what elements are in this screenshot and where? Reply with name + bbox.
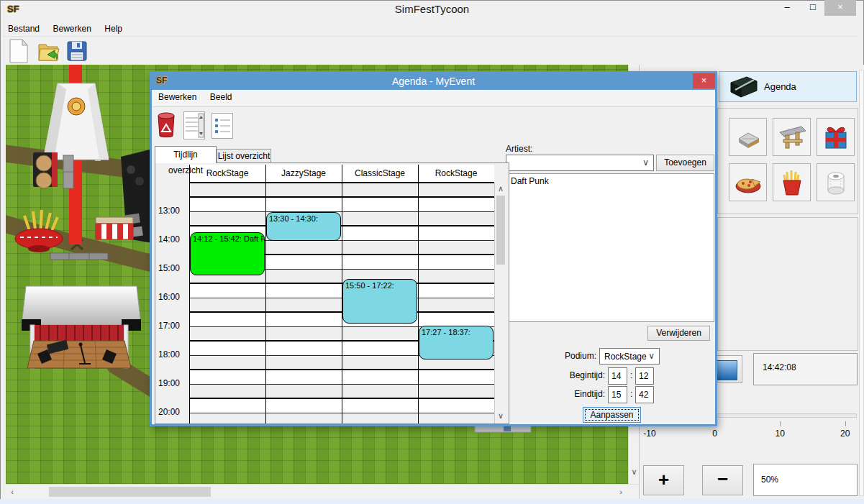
sidebar-item-agenda[interactable]: Agenda xyxy=(719,71,857,102)
hour-label: 14:00 xyxy=(158,234,188,244)
end-hour-value: 15 xyxy=(609,387,627,403)
scroll-down-arrow-icon[interactable]: ∨ xyxy=(629,467,640,477)
sidebar-item-label: Agenda xyxy=(764,81,796,92)
chevron-down-icon: ∨ xyxy=(642,157,649,168)
add-artist-button[interactable]: Toevoegen xyxy=(656,155,714,171)
hour-label: 17:00 xyxy=(158,321,188,331)
list-view-button[interactable] xyxy=(212,113,233,139)
end-minute-input[interactable]: 42 xyxy=(635,386,654,403)
slider-tick-label: -10 xyxy=(635,429,664,439)
podium-label: Podium: xyxy=(533,351,596,361)
tab-lijst-overzicht[interactable]: Lijst overzicht xyxy=(217,149,271,163)
slider-tick xyxy=(780,421,781,426)
schedule-scroll-up-icon[interactable]: ∧ xyxy=(495,184,506,193)
menu-item-bewerken[interactable]: Bewerken xyxy=(48,22,96,36)
schedule-scrollbar-thumb[interactable] xyxy=(496,196,505,265)
artist-listbox[interactable]: Daft Punk xyxy=(506,173,714,322)
dialog-menu-bewerken[interactable]: Bewerken xyxy=(153,90,201,104)
save-floppy-icon xyxy=(66,40,88,62)
remove-artist-button[interactable]: Verwijderen xyxy=(647,326,710,341)
begin-time-label: Begintijd: xyxy=(540,370,605,380)
shop-item-toilet-paper[interactable] xyxy=(817,163,855,201)
begin-hour-input[interactable]: 14 xyxy=(608,367,627,385)
begin-colon: : xyxy=(630,370,632,380)
main-stage xyxy=(22,286,141,368)
begin-minute-input[interactable]: 12 xyxy=(635,367,654,385)
zoom-out-button[interactable]: − xyxy=(702,465,743,495)
scroll-left-arrow-icon[interactable]: ‹ xyxy=(7,487,17,496)
close-button[interactable]: × xyxy=(824,0,856,16)
delete-event-button[interactable] xyxy=(156,111,176,142)
pizza-icon xyxy=(733,168,763,198)
artist-label: Artiest: xyxy=(506,144,532,154)
slider-tick-label: 20 xyxy=(831,429,860,439)
open-folder-icon xyxy=(37,40,60,63)
hour-label: 20:00 xyxy=(158,407,188,417)
artist-combobox[interactable]: ∨ xyxy=(506,155,654,171)
end-hour-input[interactable]: 15 xyxy=(608,386,627,403)
schedule-scroll-down-icon[interactable]: ∨ xyxy=(495,411,506,421)
artist-list-item[interactable]: Daft Punk xyxy=(506,174,714,188)
column-divider xyxy=(189,165,190,423)
maximize-button[interactable]: □ xyxy=(801,0,824,16)
tent xyxy=(43,83,109,161)
zoom-in-button[interactable]: + xyxy=(643,465,684,495)
panel-scrollbar[interactable] xyxy=(859,70,864,496)
shop-item-road[interactable] xyxy=(729,118,767,156)
apply-button[interactable]: Aanpassen xyxy=(583,407,641,423)
horizontal-scrollbar-thumb[interactable] xyxy=(49,487,211,497)
scroll-right-arrow-icon[interactable]: › xyxy=(616,487,626,496)
menu-item-help[interactable]: Help xyxy=(99,22,127,36)
schedule-grid[interactable]: RockStageJazzyStageClassicStageRockStage… xyxy=(155,163,494,423)
begin-minute-value: 12 xyxy=(636,368,653,384)
podium-combobox[interactable]: RockStage ∨ xyxy=(599,348,660,365)
timeline-view-icon xyxy=(184,112,204,139)
stage-column-header: JazzyStage xyxy=(265,165,342,182)
window-bottom-edge xyxy=(0,499,864,504)
info-group xyxy=(717,217,858,351)
new-file-button[interactable] xyxy=(9,39,29,66)
schedule-panel: RockStageJazzyStageClassicStageRockStage… xyxy=(155,162,509,424)
tab-tijdlijn-overzicht[interactable]: Tijdlijn overzicht xyxy=(155,146,217,163)
trash-icon xyxy=(156,111,176,139)
schedule-event[interactable]: 14:12 - 15:42: Daft Punk xyxy=(190,232,265,275)
new-file-icon xyxy=(9,39,29,63)
open-file-button[interactable] xyxy=(37,40,60,66)
menu-bar: Bestand Bewerken Help xyxy=(3,22,859,37)
dialog-close-button[interactable]: × xyxy=(693,73,715,88)
application-window: SF SimFestTycoon – □ × Bestand Bewerken … xyxy=(0,0,864,504)
dialog-menu-beeld[interactable]: Beeld xyxy=(205,90,237,104)
hour-label: 16:00 xyxy=(158,292,188,302)
menu-item-bestand[interactable]: Bestand xyxy=(3,22,45,36)
schedule-event[interactable]: 13:30 - 14:30: xyxy=(266,212,341,241)
end-minute-value: 42 xyxy=(636,387,653,403)
shop-item-fries[interactable] xyxy=(773,163,811,201)
end-colon: : xyxy=(630,389,632,399)
agenda-book-icon xyxy=(728,75,760,99)
end-time-label: Eindtijd: xyxy=(540,389,605,399)
shop-item-gift[interactable] xyxy=(817,118,855,156)
begin-hour-value: 14 xyxy=(609,368,627,384)
column-divider xyxy=(265,165,266,423)
clock-display: 14:42:08 xyxy=(753,353,858,385)
schedule-scrollbar[interactable]: ∧ ∨ xyxy=(494,183,506,423)
agenda-dialog: SF Agenda - MyEvent × Bewerken Beeld xyxy=(150,71,717,426)
column-divider xyxy=(418,165,419,423)
timeline-view-button[interactable] xyxy=(183,111,205,139)
stage-column-header: RockStage xyxy=(418,165,494,182)
toolbar xyxy=(0,37,864,65)
artist-combobox-value xyxy=(506,155,653,161)
schedule-event[interactable]: 15:50 - 17:22: xyxy=(342,279,417,323)
shop-item-stage[interactable] xyxy=(773,118,811,156)
minimize-button[interactable]: – xyxy=(776,0,799,16)
shop-items-group xyxy=(717,108,858,214)
dialog-title-bar: SF Agenda - MyEvent × xyxy=(152,73,715,90)
map-horizontal-scrollbar[interactable]: ‹ › xyxy=(6,484,639,499)
dialog-title: Agenda - MyEvent xyxy=(152,75,715,87)
schedule-event[interactable]: 17:27 - 18:37: xyxy=(419,326,494,359)
save-button[interactable] xyxy=(66,40,88,65)
shop-item-pizza[interactable] xyxy=(729,163,767,201)
title-bar: SF SimFestTycoon – □ × xyxy=(0,0,864,22)
zoom-level-value: 50% xyxy=(761,475,778,485)
list-view-icon xyxy=(212,114,232,138)
